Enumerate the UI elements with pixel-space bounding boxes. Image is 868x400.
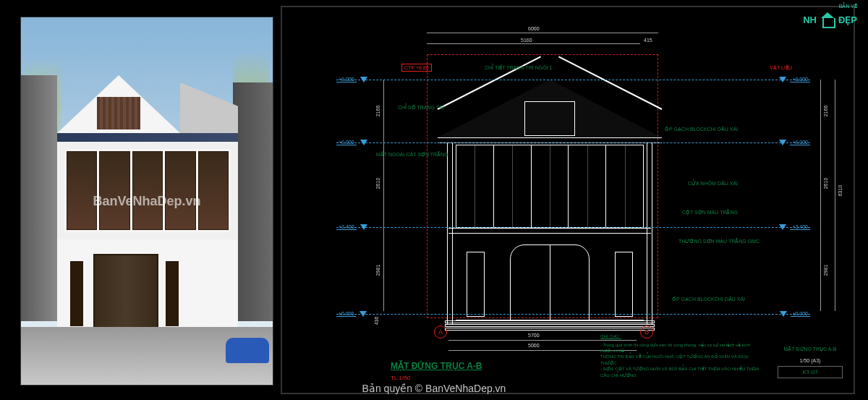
title-block: MẶT ĐỨNG TRỤC A-B 1/50 (A3) KT-07	[778, 346, 843, 378]
dimension: 2166	[375, 106, 380, 117]
neighbor-building	[21, 75, 57, 321]
dimension: 2981	[375, 265, 380, 276]
notes-block: GHI CHÚ : - Trong quá trình thi công dựa…	[600, 333, 760, 378]
annotation-label: THƯỜNG SƠN MÀU TRẮNG GMC	[678, 239, 760, 244]
logo-text: NH	[803, 14, 817, 25]
annotation-label: ỐP GẠCH BLOCKCHI DẦU XÁI	[672, 297, 745, 302]
notes-line: - Trong quá trình thi công dựa trên thi …	[600, 342, 760, 354]
annotation-label: CỬA NHÔM DẦU XÁI	[688, 181, 738, 187]
house-render	[57, 75, 238, 350]
dimension: 5000	[528, 343, 540, 348]
house-icon	[819, 11, 836, 28]
dimension: 2610	[375, 178, 380, 190]
notes-title: GHI CHÚ :	[600, 333, 760, 339]
annotation-label: CHỈ TIẾT TRANG TRÍ NGÓI 1	[485, 65, 552, 71]
dimension-line	[835, 80, 835, 311]
building-elevation	[448, 80, 651, 325]
notes-line: THÔNG TIN BẢN VẼ CỦA NGÔI NHÀ; CỘT TƯỜNG…	[600, 354, 760, 366]
drawing-title: MẶT ĐỨNG TRỤC A-B	[391, 361, 482, 371]
copyright-text: Bản quyền © BanVeNhaDep.vn	[362, 383, 506, 394]
cad-drawing-panel: 6000 5160 415 CTK +8.88	[281, 6, 855, 394]
dimension: 5700	[528, 333, 540, 338]
notes-line: - SƠN, CỘT VÀ TƯỜNG NHÌN VÀ BÚT BẢN CHI …	[600, 366, 760, 378]
dimension-line	[383, 80, 384, 311]
logo-badge: NH ĐẸP	[803, 11, 857, 28]
titleblock-scale: 1/50 (A3)	[778, 358, 843, 363]
grid-bubble-a: A	[434, 325, 447, 339]
annotation-label: ỐP GẠCH BLOCKCHI DẦU XÁI	[665, 127, 738, 132]
logo-subtitle: BẢN VẼ	[839, 4, 857, 9]
dimension: 6310	[838, 185, 843, 197]
render-preview: BanVeNhaDep.vn	[20, 17, 273, 386]
car-decoration	[226, 338, 269, 363]
annotation-label: CHỈ SỐ TRANG TRÍ	[398, 105, 444, 111]
dimension: 2166	[824, 106, 829, 117]
ground-level	[21, 327, 273, 385]
logo-text: ĐẸP	[838, 14, 857, 25]
dimension-line	[820, 80, 821, 311]
drawing-scale: TL:1/50	[391, 375, 410, 381]
neighbor-building	[233, 82, 273, 321]
annotation-label: VẬT LIỆU	[770, 65, 792, 71]
dimension: 2981	[824, 265, 829, 276]
annotation-label: MẶT NGOÀI CÁT SƠN TRẮNG	[376, 152, 448, 158]
titleblock-sheet: KT-07	[778, 366, 843, 378]
annotation-label: CỘT SƠN MÀU TRẮNG	[682, 210, 738, 216]
dimension: 436	[374, 317, 379, 325]
dimension: 2610	[824, 178, 829, 190]
titleblock-name: MẶT ĐỨNG TRỤC A-B	[778, 346, 843, 352]
